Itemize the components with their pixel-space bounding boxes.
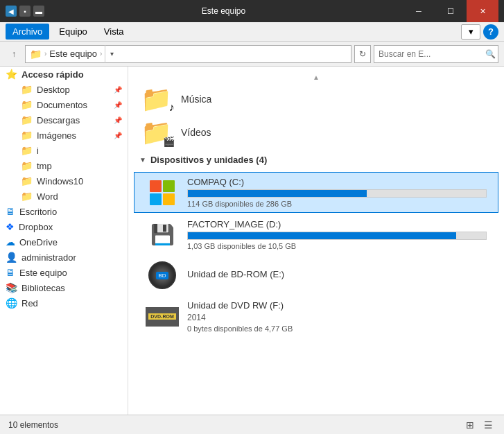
folder-icon-imagenes: 📁 xyxy=(21,130,33,141)
app-icon-1: ◀ xyxy=(6,6,17,17)
folder-icon-word: 📁 xyxy=(21,191,33,202)
sidebar-item-imagenes[interactable]: 📁 Imágenes 📌 xyxy=(0,128,128,143)
progress-bar-bg-d xyxy=(187,232,487,240)
app-icon-2: ▪ xyxy=(19,6,31,17)
sidebar-quick-access[interactable]: ⭐ Acceso rápido xyxy=(0,67,128,82)
sidebar-tmp-label: tmp xyxy=(37,161,52,171)
computer-icon: 🖥 xyxy=(6,267,15,278)
progress-bar-fill-d xyxy=(188,232,456,239)
section-arrow-icon: ▼ xyxy=(139,156,146,164)
sidebar-windows10-label: Windows10 xyxy=(37,176,83,186)
window-title: Este equipo xyxy=(49,6,399,16)
folder-icon-escritorio: 🖥 xyxy=(6,206,15,217)
progress-bar-bg-c xyxy=(187,189,487,198)
drive-space-c: 114 GB disponibles de 286 GB xyxy=(187,200,487,208)
sidebar-item-red[interactable]: 🌐 Red xyxy=(0,295,128,311)
videos-folder-icon: 📁 🎬 xyxy=(141,118,172,147)
devices-section-header: ▼ Dispositivos y unidades (4) xyxy=(128,149,504,171)
drive-info-e: Unidad de BD-ROM (E:) xyxy=(187,269,487,281)
sidebar: ⭐ Acceso rápido 📁 Desktop 📌 📁 Documentos… xyxy=(0,67,128,415)
onedrive-icon: ☁ xyxy=(6,236,15,248)
sidebar-este-equipo-label: Este equipo xyxy=(19,268,67,278)
sidebar-administrador-label: administrador xyxy=(21,252,76,263)
app-icon-3: ▬ xyxy=(33,6,44,17)
sidebar-documentos-label: Documentos xyxy=(37,100,87,110)
view-buttons: ⊞ ☰ xyxy=(462,417,496,433)
path-dropdown-button[interactable]: ▾ xyxy=(105,45,119,63)
sidebar-imagenes-label: Imágenes xyxy=(37,130,76,141)
sidebar-item-tmp[interactable]: 📁 tmp xyxy=(0,158,128,173)
library-icon: 📚 xyxy=(6,282,17,293)
sidebar-item-escritorio[interactable]: 🖥 Escritorio xyxy=(0,204,128,219)
folder-icon-descargas: 📁 xyxy=(21,114,33,125)
sidebar-item-este-equipo[interactable]: 🖥 Este equipo xyxy=(0,265,128,280)
bd-disc-icon: BD xyxy=(148,261,176,289)
sidebar-quick-access-label: Acceso rápido xyxy=(21,69,84,80)
drive-item-e[interactable]: BD Unidad de BD-ROM (E:) xyxy=(134,257,498,294)
sidebar-item-desktop[interactable]: 📁 Desktop 📌 xyxy=(0,82,128,97)
search-icon: 🔍 xyxy=(485,49,496,59)
drive-item-c[interactable]: COMPAQ (C:) 114 GB disponibles de 286 GB xyxy=(134,172,498,213)
drive-name-f: Unidad de DVD RW (F:) xyxy=(187,300,487,311)
drive-item-f[interactable]: DVD-ROM Unidad de DVD RW (F:) 2014 0 byt… xyxy=(134,295,498,338)
bd-label: BD xyxy=(156,272,168,279)
content-folder-musica[interactable]: 📁 ♪ Música xyxy=(128,83,504,116)
sidebar-item-descargas[interactable]: 📁 Descargas 📌 xyxy=(0,112,128,128)
drive-icon-e: BD xyxy=(146,261,179,289)
drive-info-c: COMPAQ (C:) 114 GB disponibles de 286 GB xyxy=(187,177,487,208)
search-input[interactable] xyxy=(379,49,483,59)
help-button[interactable]: ? xyxy=(483,24,498,40)
menu-item-vista[interactable]: Vista xyxy=(97,24,131,40)
menu-arrow-area: ▾ ? xyxy=(461,24,498,40)
list-view-button[interactable]: ☰ xyxy=(480,417,496,433)
folder-icon-windows10: 📁 xyxy=(21,175,33,186)
drive-item-d[interactable]: 💾 FACTORY_IMAGE (D:) 1,03 GB disponibles… xyxy=(134,214,498,255)
music-folder-icon: 📁 ♪ xyxy=(141,85,172,114)
drive-name-d: FACTORY_IMAGE (D:) xyxy=(187,219,487,229)
bd-icon-area: BD xyxy=(148,261,176,289)
drive-icon-d: 💾 xyxy=(146,223,179,246)
sidebar-item-documentos[interactable]: 📁 Documentos 📌 xyxy=(0,97,128,112)
dvd-icon-area: DVD-ROM xyxy=(146,307,179,327)
pin-icon-descargas: 📌 xyxy=(114,116,122,124)
dvd-label: DVD-ROM xyxy=(148,313,175,320)
sidebar-item-bibliotecas[interactable]: 📚 Bibliotecas xyxy=(0,280,128,295)
path-separator: › xyxy=(44,50,46,58)
sidebar-desktop-label: Desktop xyxy=(37,85,70,95)
sidebar-onedrive-label: OneDrive xyxy=(19,237,58,248)
user-icon: 👤 xyxy=(6,252,17,263)
sidebar-item-windows10[interactable]: 📁 Windows10 xyxy=(0,173,128,189)
dvd-icon: DVD-ROM xyxy=(146,307,179,327)
menu-item-equipo[interactable]: Equipo xyxy=(52,24,94,40)
address-path[interactable]: 📁 › Este equipo › ▾ xyxy=(25,45,351,63)
drive-space-d: 1,03 GB disponibles de 10,5 GB xyxy=(187,242,487,250)
folder-icon-tmp: 📁 xyxy=(21,160,33,171)
address-bar: ↑ 📁 › Este equipo › ▾ ↻ 🔍 xyxy=(0,42,504,67)
videos-folder-icon-area: 📁 🎬 xyxy=(139,119,173,146)
sidebar-item-dropbox[interactable]: ❖ Dropbox xyxy=(0,219,128,234)
sidebar-item-i[interactable]: 📁 i xyxy=(0,143,128,158)
refresh-button[interactable]: ↻ xyxy=(354,45,371,63)
up-button[interactable]: ↑ xyxy=(6,46,22,62)
minimize-button[interactable]: ─ xyxy=(403,0,435,22)
network-icon: 🌐 xyxy=(6,297,17,309)
menu-item-archivo[interactable]: Archivo xyxy=(6,24,49,40)
content-folder-videos[interactable]: 📁 🎬 Vídeos xyxy=(128,116,504,149)
folder-icon-i: 📁 xyxy=(21,145,33,156)
maximize-button[interactable]: ☐ xyxy=(435,0,467,22)
sidebar-red-label: Red xyxy=(21,298,38,309)
close-button[interactable]: ✕ xyxy=(467,0,498,22)
grid-view-button[interactable]: ⊞ xyxy=(462,417,478,433)
status-text: 10 elementos xyxy=(8,420,58,430)
videos-folder-name: Vídeos xyxy=(181,127,211,138)
menu-dropdown-button[interactable]: ▾ xyxy=(461,24,480,40)
sidebar-i-label: i xyxy=(37,146,39,156)
sidebar-item-word[interactable]: 📁 Word xyxy=(0,189,128,204)
sidebar-item-administrador[interactable]: 👤 administrador xyxy=(0,250,128,265)
window-controls: ─ ☐ ✕ xyxy=(403,0,498,22)
folder-icon-documentos: 📁 xyxy=(21,99,33,110)
sidebar-item-onedrive[interactable]: ☁ OneDrive xyxy=(0,234,128,250)
drive-icon-c xyxy=(146,180,179,205)
path-text: Este equipo xyxy=(49,49,97,59)
devices-section-label: Dispositivos y unidades (4) xyxy=(150,155,267,165)
